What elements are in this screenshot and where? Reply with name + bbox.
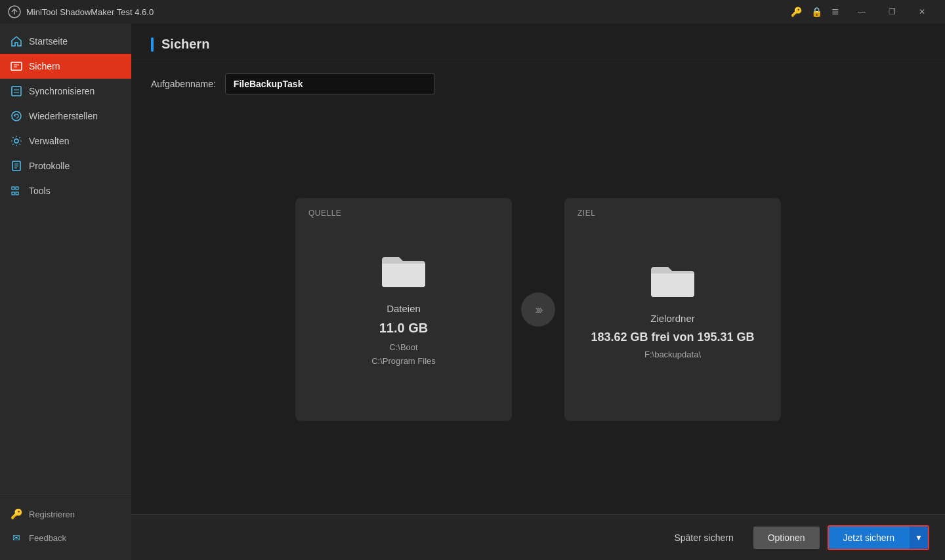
window-controls: — ❐ ✕ xyxy=(847,0,937,24)
sidebar-item-startseite[interactable]: Startseite xyxy=(0,29,131,54)
cards-area: QUELLE Dateien 11.0 GB C:\Boot C:\Progra… xyxy=(131,105,945,514)
titlebar: MiniTool ShadowMaker Test 4.6.0 🔑 🔒 ≡ — … xyxy=(0,0,945,24)
target-card[interactable]: ZIEL Zielordner 183.62 GB frei von 195.3… xyxy=(564,198,781,421)
taskname-input[interactable] xyxy=(225,73,435,94)
target-path: F:\backupdata\ xyxy=(644,350,701,359)
later-button[interactable]: Später sichern xyxy=(662,527,745,548)
manage-icon xyxy=(10,135,22,147)
titlebar-icon-group: 🔑 🔒 ≡ xyxy=(788,5,841,19)
target-free: 183.62 GB frei von 195.31 GB xyxy=(591,330,754,344)
log-icon xyxy=(10,160,22,172)
taskname-row: Aufgabenname: xyxy=(131,60,945,105)
backup-now-dropdown-button[interactable]: ▼ xyxy=(909,527,928,549)
home-icon xyxy=(10,35,22,47)
sidebar-item-sichern[interactable]: Sichern xyxy=(0,54,131,79)
tools-icon xyxy=(10,185,22,197)
source-path-2: C:\Program Files xyxy=(371,355,436,369)
source-section-label: QUELLE xyxy=(308,209,341,218)
arrow-circle-icon: ››› xyxy=(521,292,555,327)
sidebar-label-protokolle: Protokolle xyxy=(29,161,70,171)
sidebar-item-wiederherstellen[interactable]: Wiederherstellen xyxy=(0,104,131,129)
svg-rect-1 xyxy=(11,62,22,70)
svg-rect-7 xyxy=(16,187,18,190)
sidebar-label-tools: Tools xyxy=(29,186,51,196)
menu-titlebar-icon[interactable]: ≡ xyxy=(829,5,841,19)
sidebar-label-feedback: Feedback xyxy=(29,533,66,543)
source-paths: C:\Boot C:\Program Files xyxy=(371,341,436,369)
source-path-1: C:\Boot xyxy=(371,341,436,355)
backup-now-button[interactable]: Jetzt sichern xyxy=(829,527,910,549)
target-folder-icon xyxy=(650,260,696,301)
bottom-bar: Später sichern Optionen Jetzt sichern ▼ xyxy=(131,514,945,560)
source-folder-name: Dateien xyxy=(387,303,421,314)
source-size: 11.0 GB xyxy=(379,321,428,336)
svg-point-3 xyxy=(12,111,21,121)
restore-icon xyxy=(10,110,22,122)
sidebar-item-tools[interactable]: Tools xyxy=(0,178,131,203)
sidebar-item-feedback[interactable]: ✉ Feedback xyxy=(0,526,131,550)
source-folder-icon xyxy=(381,250,427,291)
target-folder-name: Zielordner xyxy=(650,313,695,324)
svg-rect-8 xyxy=(12,192,14,195)
sidebar-label-synchronisieren: Synchronisieren xyxy=(29,86,94,96)
page-title: Sichern xyxy=(161,37,209,52)
sidebar-item-registrieren[interactable]: 🔑 Registrieren xyxy=(0,502,131,526)
sidebar: Startseite Sichern xyxy=(0,24,131,560)
sidebar-label-sichern: Sichern xyxy=(29,61,60,71)
minimize-button[interactable]: — xyxy=(847,0,877,24)
options-button[interactable]: Optionen xyxy=(753,527,820,549)
lock-titlebar-icon[interactable]: 🔒 xyxy=(808,7,825,17)
key-icon: 🔑 xyxy=(10,508,22,520)
app-body: Startseite Sichern xyxy=(0,24,945,560)
main-content: Sichern Aufgabenname: QUELLE Dateien 11.… xyxy=(131,24,945,560)
target-section-label: ZIEL xyxy=(578,209,595,218)
sidebar-item-synchronisieren[interactable]: Synchronisieren xyxy=(0,79,131,104)
key-titlebar-icon[interactable]: 🔑 xyxy=(788,7,805,17)
sync-icon xyxy=(10,85,22,97)
app-title: MiniTool ShadowMaker Test 4.6.0 xyxy=(26,7,788,17)
sidebar-label-registrieren: Registrieren xyxy=(29,510,75,519)
svg-rect-6 xyxy=(12,187,14,190)
svg-rect-2 xyxy=(12,87,21,96)
maximize-button[interactable]: ❐ xyxy=(877,0,907,24)
arrow-connector: ››› xyxy=(512,292,564,327)
page-header-bar xyxy=(151,37,154,52)
backup-now-wrapper: Jetzt sichern ▼ xyxy=(828,525,929,550)
sidebar-item-verwalten[interactable]: Verwalten xyxy=(0,129,131,153)
svg-rect-9 xyxy=(16,192,18,195)
sidebar-label-wiederherstellen: Wiederherstellen xyxy=(29,111,98,121)
sidebar-item-protokolle[interactable]: Protokolle xyxy=(0,153,131,178)
page-header: Sichern xyxy=(131,24,945,60)
sidebar-label-verwalten: Verwalten xyxy=(29,136,69,146)
sidebar-nav: Startseite Sichern xyxy=(0,24,131,494)
close-button[interactable]: ✕ xyxy=(907,0,937,24)
source-card[interactable]: QUELLE Dateien 11.0 GB C:\Boot C:\Progra… xyxy=(295,198,512,421)
mail-icon: ✉ xyxy=(10,532,22,544)
svg-point-4 xyxy=(14,139,18,143)
backup-icon xyxy=(10,60,22,72)
app-logo xyxy=(8,5,21,18)
sidebar-bottom: 🔑 Registrieren ✉ Feedback xyxy=(0,494,131,560)
taskname-label: Aufgabenname: xyxy=(151,79,216,89)
sidebar-label-startseite: Startseite xyxy=(29,36,68,47)
